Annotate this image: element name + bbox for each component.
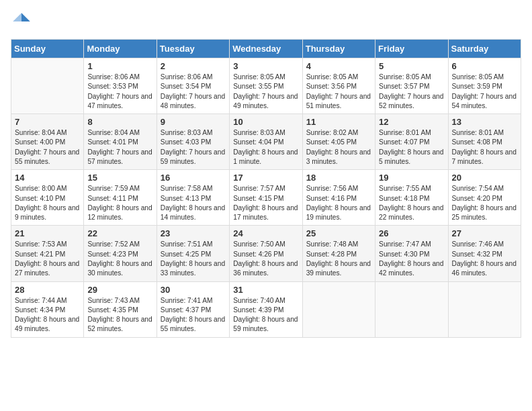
calendar-table: SundayMondayTuesdayWednesdayThursdayFrid… — [11, 39, 521, 338]
page-header — [11, 11, 521, 32]
day-info: Sunrise: 8:05 AMSunset: 3:57 PMDaylight:… — [379, 73, 444, 111]
day-number: 15 — [87, 173, 152, 183]
day-number: 9 — [161, 117, 226, 127]
day-number: 25 — [306, 228, 371, 238]
calendar-day-cell: 5Sunrise: 8:05 AMSunset: 3:57 PMDaylight… — [375, 58, 448, 114]
calendar-day-cell: 3Sunrise: 8:05 AMSunset: 3:55 PMDaylight… — [230, 58, 302, 114]
day-number: 20 — [452, 173, 517, 183]
logo-icon — [11, 11, 32, 32]
day-info: Sunrise: 7:58 AMSunset: 4:13 PMDaylight:… — [161, 184, 226, 222]
day-number: 27 — [452, 228, 517, 238]
calendar-day-cell — [302, 281, 375, 337]
calendar-day-cell: 15Sunrise: 7:59 AMSunset: 4:11 PMDayligh… — [84, 170, 157, 226]
calendar-day-cell: 24Sunrise: 7:50 AMSunset: 4:26 PMDayligh… — [230, 226, 302, 281]
svg-marker-1 — [13, 13, 21, 21]
day-info: Sunrise: 8:06 AMSunset: 3:54 PMDaylight:… — [161, 73, 226, 111]
day-info: Sunrise: 7:44 AMSunset: 4:34 PMDaylight:… — [15, 296, 80, 334]
day-number: 28 — [15, 285, 80, 295]
day-number: 13 — [452, 117, 517, 127]
day-number: 23 — [161, 228, 226, 238]
calendar-week-row: 28Sunrise: 7:44 AMSunset: 4:34 PMDayligh… — [11, 281, 521, 337]
day-info: Sunrise: 8:01 AMSunset: 4:07 PMDaylight:… — [379, 128, 444, 167]
day-number: 14 — [15, 173, 80, 183]
day-number: 4 — [306, 61, 371, 71]
calendar-day-cell: 23Sunrise: 7:51 AMSunset: 4:25 PMDayligh… — [157, 226, 229, 281]
day-number: 24 — [233, 228, 298, 238]
day-number: 1 — [87, 61, 152, 71]
calendar-day-cell — [11, 58, 84, 114]
calendar-day-cell: 30Sunrise: 7:41 AMSunset: 4:37 PMDayligh… — [157, 281, 229, 337]
calendar-day-cell: 18Sunrise: 7:56 AMSunset: 4:16 PMDayligh… — [302, 170, 375, 226]
day-number: 30 — [161, 285, 226, 295]
calendar-day-cell: 6Sunrise: 8:05 AMSunset: 3:59 PMDaylight… — [448, 58, 521, 114]
day-info: Sunrise: 8:04 AMSunset: 4:00 PMDaylight:… — [15, 128, 80, 167]
calendar-day-cell: 8Sunrise: 8:04 AMSunset: 4:01 PMDaylight… — [84, 114, 157, 170]
day-info: Sunrise: 7:48 AMSunset: 4:28 PMDaylight:… — [306, 240, 371, 278]
calendar-day-cell: 22Sunrise: 7:52 AMSunset: 4:23 PMDayligh… — [84, 226, 157, 281]
day-info: Sunrise: 7:46 AMSunset: 4:32 PMDaylight:… — [452, 240, 517, 278]
day-number: 7 — [15, 117, 80, 127]
day-number: 2 — [161, 61, 226, 71]
day-info: Sunrise: 7:55 AMSunset: 4:18 PMDaylight:… — [379, 184, 444, 222]
calendar-day-cell: 4Sunrise: 8:05 AMSunset: 3:56 PMDaylight… — [302, 58, 375, 114]
day-info: Sunrise: 7:41 AMSunset: 4:37 PMDaylight:… — [161, 296, 226, 334]
calendar-day-cell: 9Sunrise: 8:03 AMSunset: 4:03 PMDaylight… — [157, 114, 229, 170]
weekday-header-sunday: Sunday — [11, 40, 84, 58]
calendar-day-cell: 26Sunrise: 7:47 AMSunset: 4:30 PMDayligh… — [375, 226, 448, 281]
day-number: 5 — [379, 61, 444, 71]
weekday-header-wednesday: Wednesday — [230, 40, 302, 58]
day-number: 17 — [233, 173, 298, 183]
day-number: 3 — [233, 61, 298, 71]
day-info: Sunrise: 7:54 AMSunset: 4:20 PMDaylight:… — [452, 184, 517, 222]
weekday-header-friday: Friday — [375, 40, 448, 58]
calendar-day-cell: 13Sunrise: 8:01 AMSunset: 4:08 PMDayligh… — [448, 114, 521, 170]
weekday-header-row: SundayMondayTuesdayWednesdayThursdayFrid… — [11, 40, 521, 58]
day-info: Sunrise: 7:59 AMSunset: 4:11 PMDaylight:… — [87, 184, 152, 222]
calendar-week-row: 1Sunrise: 8:06 AMSunset: 3:53 PMDaylight… — [11, 58, 521, 114]
calendar-day-cell: 11Sunrise: 8:02 AMSunset: 4:05 PMDayligh… — [302, 114, 375, 170]
day-number: 31 — [233, 285, 298, 295]
day-info: Sunrise: 8:06 AMSunset: 3:53 PMDaylight:… — [87, 73, 152, 111]
day-number: 8 — [87, 117, 152, 127]
calendar-day-cell: 29Sunrise: 7:43 AMSunset: 4:35 PMDayligh… — [84, 281, 157, 337]
calendar-week-row: 21Sunrise: 7:53 AMSunset: 4:21 PMDayligh… — [11, 226, 521, 281]
day-number: 12 — [379, 117, 444, 127]
day-info: Sunrise: 8:05 AMSunset: 3:55 PMDaylight:… — [233, 73, 298, 111]
day-info: Sunrise: 7:40 AMSunset: 4:39 PMDaylight:… — [233, 296, 298, 334]
calendar-day-cell: 2Sunrise: 8:06 AMSunset: 3:54 PMDaylight… — [157, 58, 229, 114]
day-info: Sunrise: 8:04 AMSunset: 4:01 PMDaylight:… — [87, 128, 152, 167]
day-number: 26 — [379, 228, 444, 238]
day-number: 16 — [161, 173, 226, 183]
day-info: Sunrise: 8:03 AMSunset: 4:04 PMDaylight:… — [233, 128, 298, 167]
day-number: 6 — [452, 61, 517, 71]
day-info: Sunrise: 7:53 AMSunset: 4:21 PMDaylight:… — [15, 240, 80, 278]
calendar-day-cell: 7Sunrise: 8:04 AMSunset: 4:00 PMDaylight… — [11, 114, 84, 170]
day-info: Sunrise: 8:05 AMSunset: 3:59 PMDaylight:… — [452, 73, 517, 111]
day-info: Sunrise: 8:02 AMSunset: 4:05 PMDaylight:… — [306, 128, 371, 167]
day-info: Sunrise: 8:05 AMSunset: 3:56 PMDaylight:… — [306, 73, 371, 111]
day-info: Sunrise: 7:50 AMSunset: 4:26 PMDaylight:… — [233, 240, 298, 278]
day-number: 18 — [306, 173, 371, 183]
calendar-day-cell: 17Sunrise: 7:57 AMSunset: 4:15 PMDayligh… — [230, 170, 302, 226]
calendar-day-cell: 31Sunrise: 7:40 AMSunset: 4:39 PMDayligh… — [230, 281, 302, 337]
day-number: 21 — [15, 228, 80, 238]
day-number: 10 — [233, 117, 298, 127]
day-info: Sunrise: 8:01 AMSunset: 4:08 PMDaylight:… — [452, 128, 517, 167]
day-number: 29 — [87, 285, 152, 295]
calendar-day-cell: 16Sunrise: 7:58 AMSunset: 4:13 PMDayligh… — [157, 170, 229, 226]
calendar-day-cell: 27Sunrise: 7:46 AMSunset: 4:32 PMDayligh… — [448, 226, 521, 281]
svg-marker-0 — [21, 13, 30, 21]
day-info: Sunrise: 7:56 AMSunset: 4:16 PMDaylight:… — [306, 184, 371, 222]
calendar-day-cell: 20Sunrise: 7:54 AMSunset: 4:20 PMDayligh… — [448, 170, 521, 226]
day-info: Sunrise: 7:51 AMSunset: 4:25 PMDaylight:… — [161, 240, 226, 278]
weekday-header-monday: Monday — [84, 40, 157, 58]
day-number: 19 — [379, 173, 444, 183]
calendar-day-cell: 14Sunrise: 8:00 AMSunset: 4:10 PMDayligh… — [11, 170, 84, 226]
weekday-header-thursday: Thursday — [302, 40, 375, 58]
calendar-day-cell — [448, 281, 521, 337]
day-info: Sunrise: 7:43 AMSunset: 4:35 PMDaylight:… — [87, 296, 152, 334]
calendar-day-cell — [375, 281, 448, 337]
calendar-day-cell: 12Sunrise: 8:01 AMSunset: 4:07 PMDayligh… — [375, 114, 448, 170]
calendar-day-cell: 19Sunrise: 7:55 AMSunset: 4:18 PMDayligh… — [375, 170, 448, 226]
day-info: Sunrise: 7:47 AMSunset: 4:30 PMDaylight:… — [379, 240, 444, 278]
